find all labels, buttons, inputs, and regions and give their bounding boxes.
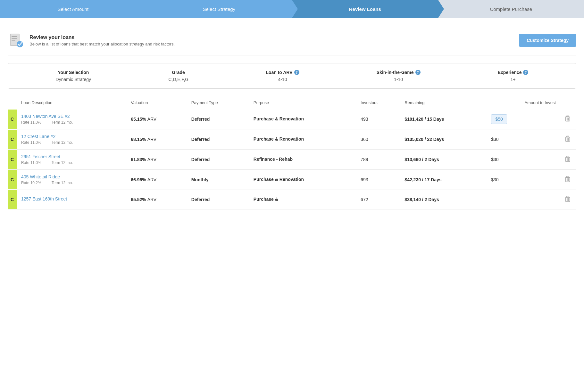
delete-loan-button[interactable]: [562, 134, 573, 144]
loan-payment-type: Monthly: [191, 177, 209, 182]
th-amount: Amount to Invest: [488, 96, 559, 109]
loan-name: 405 Whitetail Ridge: [21, 174, 124, 179]
review-text: Review your loans Below is a list of loa…: [29, 35, 175, 46]
grade-cell: C: [8, 129, 18, 150]
th-purpose: Purpose: [250, 96, 357, 109]
grade-value: C,D,E,F,G: [168, 77, 188, 82]
th-remaining: Remaining: [401, 96, 488, 109]
purpose-cell: Purchase & Renovation: [250, 170, 357, 190]
amount-wrap: $30: [491, 137, 556, 142]
loan-purpose: Purchase & Renovation: [254, 177, 304, 182]
loan-purpose: Purchase & Renovation: [254, 136, 304, 142]
loans-table-body: C 1403 Newton Ave SE #2 Rate 11.0% Term …: [8, 109, 576, 209]
experience-info-icon[interactable]: ?: [523, 70, 528, 75]
progress-step-select-amount[interactable]: Select Amount: [0, 0, 146, 18]
loan-arv-info-icon[interactable]: ?: [294, 70, 299, 75]
table-row: C 12 Crest Lane #2 Rate 11.0% Term 12 mo…: [8, 129, 576, 150]
skin-info-icon[interactable]: ?: [415, 70, 421, 75]
loan-term: Term 12 mo.: [52, 160, 73, 165]
loan-remaining: $135,020 / 22 Days: [405, 137, 444, 142]
amount-wrap: $30: [491, 177, 556, 182]
loans-table-header: Loan Description Valuation Payment Type …: [8, 96, 576, 109]
loan-link[interactable]: 1403 Newton Ave SE #2: [21, 114, 70, 119]
grade-badge: C: [8, 150, 17, 169]
investors-cell: 493: [357, 109, 401, 129]
loan-description-cell: 2951 Fischer Street Rate 11.0% Term 12 m…: [18, 150, 128, 170]
purpose-cell: Purchase & Renovation: [250, 109, 357, 129]
th-grade-badge: [8, 96, 18, 109]
svg-rect-6: [566, 116, 569, 117]
loan-valuation: 61.83% ARV: [131, 157, 156, 162]
payment-type-cell: Deferred: [188, 109, 250, 129]
grade-cell: C: [8, 170, 18, 190]
payment-type-cell: Deferred: [188, 129, 250, 150]
review-header: Review your loans Below is a list of loa…: [8, 26, 576, 55]
loan-name: 12 Crest Lane #2: [21, 134, 124, 139]
th-delete: [559, 96, 576, 109]
customize-strategy-button[interactable]: Customize Strategy: [519, 34, 576, 47]
selection-header: Your Selection: [56, 70, 91, 75]
amount-cell: $30: [488, 129, 559, 150]
payment-type-cell: Deferred: [188, 150, 250, 170]
table-row: C 405 Whitetail Ridge Rate 10.2% Term 12…: [8, 170, 576, 190]
valuation-cell: 65.52% ARV: [128, 190, 188, 209]
loan-term: Term 12 mo.: [52, 120, 73, 125]
delete-cell: [559, 170, 576, 190]
amount-cell: $30: [488, 170, 559, 190]
selection-value: Dynamic Strategy: [56, 77, 91, 82]
th-investors: Investors: [357, 96, 401, 109]
grade-cell: C: [8, 190, 18, 209]
loan-payment-type: Deferred: [191, 117, 210, 122]
strategy-selection-col: Your Selection Dynamic Strategy: [56, 70, 91, 82]
trash-icon: [565, 156, 571, 162]
grade-badge: C: [8, 130, 17, 149]
loan-investors: 693: [361, 177, 368, 182]
amount-input[interactable]: $50: [491, 114, 507, 124]
amount-static: $30: [491, 177, 498, 182]
remaining-cell: $42,230 / 17 Days: [401, 170, 488, 190]
th-valuation: Valuation: [128, 96, 188, 109]
loan-name: 2951 Fischer Street: [21, 154, 124, 159]
loan-investors: 493: [361, 117, 368, 122]
loan-purpose: Purchase &: [254, 197, 278, 202]
loan-rate: Rate 10.2%: [21, 181, 41, 185]
loan-valuation: 65.15% ARV: [131, 117, 156, 122]
loan-link[interactable]: 1257 East 169th Street: [21, 196, 67, 201]
delete-loan-button[interactable]: [562, 114, 573, 124]
loan-valuation: 65.52% ARV: [131, 197, 156, 202]
svg-rect-24: [566, 176, 569, 177]
amount-static: $30: [491, 137, 498, 142]
loan-name: 1403 Newton Ave SE #2: [21, 114, 124, 119]
review-subtitle: Below is a list of loans that best match…: [29, 42, 175, 46]
review-title: Review your loans: [29, 35, 175, 40]
loan-investors: 360: [361, 137, 368, 142]
delete-loan-button[interactable]: [562, 194, 573, 205]
amount-cell: $50: [488, 109, 559, 129]
svg-rect-30: [566, 196, 569, 197]
delete-loan-button[interactable]: [562, 175, 573, 185]
investors-cell: 672: [357, 190, 401, 209]
valuation-cell: 65.15% ARV: [128, 109, 188, 129]
loan-link[interactable]: 2951 Fischer Street: [21, 154, 60, 159]
progress-step-complete-purchase[interactable]: Complete Purchase: [438, 0, 584, 18]
grade-cell: C: [8, 109, 18, 129]
table-row: C 1403 Newton Ave SE #2 Rate 11.0% Term …: [8, 109, 576, 129]
svg-rect-18: [566, 156, 569, 157]
loan-description-cell: 1403 Newton Ave SE #2 Rate 11.0% Term 12…: [18, 109, 128, 129]
svg-rect-1: [12, 36, 17, 37]
progress-step-select-strategy[interactable]: Select Strategy: [146, 0, 292, 18]
grade-cell: C: [8, 150, 18, 170]
loan-link[interactable]: 12 Crest Lane #2: [21, 134, 55, 139]
delete-cell: [559, 129, 576, 150]
loan-investors: 672: [361, 197, 368, 202]
loan-payment-type: Deferred: [191, 197, 210, 202]
loan-details: Rate 11.0% Term 12 mo.: [21, 160, 124, 165]
loan-link[interactable]: 405 Whitetail Ridge: [21, 174, 60, 179]
loan-description-cell: 12 Crest Lane #2 Rate 11.0% Term 12 mo.: [18, 129, 128, 150]
delete-loan-button[interactable]: [562, 154, 573, 165]
progress-step-review-loans[interactable]: Review Loans: [292, 0, 438, 18]
valuation-cell: 61.83% ARV: [128, 150, 188, 170]
loan-term: Term 12 mo.: [52, 181, 73, 185]
trash-icon: [565, 115, 571, 122]
strategy-grade-col: Grade C,D,E,F,G: [168, 70, 188, 82]
